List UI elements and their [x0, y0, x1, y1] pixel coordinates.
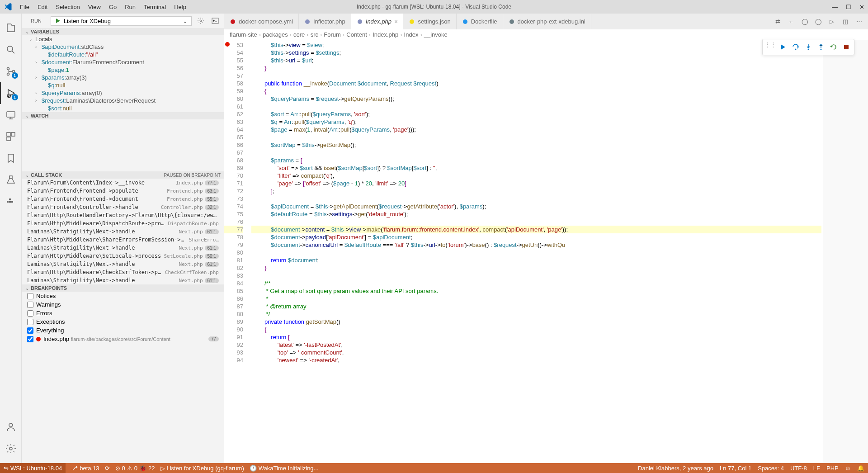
- breakpoints-header[interactable]: ⌄ BREAKPOINTS: [22, 284, 224, 292]
- tab[interactable]: Dockerfile: [457, 14, 503, 29]
- status-wakatime[interactable]: 🕐WakaTime Initializing...: [250, 465, 319, 472]
- bp-warnings[interactable]: Warnings: [22, 300, 224, 309]
- status-spaces[interactable]: Spaces: 4: [758, 465, 784, 472]
- step-out-button[interactable]: [815, 41, 827, 53]
- test-icon[interactable]: [0, 169, 22, 191]
- variable-row[interactable]: $page: 1: [22, 66, 224, 74]
- status-eol[interactable]: LF: [813, 465, 820, 472]
- callstack-row[interactable]: Flarum\Frontend\Controller->handleContro…: [22, 203, 224, 211]
- run-debug-icon[interactable]: 1: [0, 82, 22, 104]
- close-icon[interactable]: ×: [394, 18, 398, 25]
- remote-explorer-icon[interactable]: [0, 104, 22, 126]
- step-into-button[interactable]: [802, 41, 814, 53]
- step-over-button[interactable]: [790, 41, 802, 53]
- status-branch[interactable]: ⎇beta.13: [71, 465, 99, 472]
- menu-view[interactable]: View: [85, 2, 104, 12]
- status-feedback-icon[interactable]: ☺: [845, 465, 851, 472]
- status-bell-icon[interactable]: 🔔: [857, 465, 864, 472]
- tab[interactable]: Inflector.php: [299, 14, 351, 29]
- variable-row[interactable]: $q: null: [22, 81, 224, 89]
- status-blame[interactable]: Daniel Klabbers, 2 years ago: [638, 465, 713, 472]
- callstack-row[interactable]: Flarum\Frontend\Frontend->documentFronte…: [22, 195, 224, 203]
- run-file-icon[interactable]: ▷: [826, 16, 837, 27]
- menu-go[interactable]: Go: [105, 2, 120, 12]
- menu-help[interactable]: Help: [170, 2, 190, 12]
- compare-icon[interactable]: ⇄: [772, 16, 783, 27]
- status-debugger[interactable]: ▷Listen for XDebug (gq-flarum): [160, 465, 244, 472]
- status-encoding[interactable]: UTF-8: [790, 465, 807, 472]
- minimize-icon[interactable]: —: [832, 4, 838, 10]
- menu-terminal[interactable]: Terminal: [140, 2, 170, 12]
- tab[interactable]: settings.json: [403, 14, 456, 29]
- variables-header[interactable]: ⌄ VARIABLES: [22, 28, 224, 35]
- maximize-icon[interactable]: ☐: [846, 4, 851, 10]
- diff-prev-icon[interactable]: ◯: [799, 16, 810, 27]
- run-config-select[interactable]: Listen for XDebug ⌄: [51, 16, 192, 26]
- bp-everything[interactable]: Everything: [22, 326, 224, 335]
- callstack-header[interactable]: ⌄ CALL STACK PAUSED ON BREAKPOINT: [22, 171, 224, 179]
- search-icon[interactable]: [0, 39, 22, 61]
- extensions-icon[interactable]: [0, 126, 22, 147]
- tab[interactable]: docker-compose.yml: [224, 14, 299, 29]
- tab[interactable]: Index.php×: [351, 14, 404, 29]
- callstack-row[interactable]: Laminas\Stratigility\Next->handleNext.ph…: [22, 260, 224, 268]
- breadcrumb-item[interactable]: src: [311, 31, 318, 38]
- callstack-row[interactable]: Flarum\Frontend\Frontend->populateFronte…: [22, 187, 224, 195]
- variable-row[interactable]: ›$document: Flarum\Frontend\Document: [22, 58, 224, 66]
- explorer-icon[interactable]: [0, 17, 22, 39]
- callstack-row[interactable]: Flarum\Forum\Content\Index->__invokeInde…: [22, 179, 224, 187]
- callstack-row[interactable]: Laminas\Stratigility\Next->handleNext.ph…: [22, 276, 224, 284]
- status-remote[interactable]: ⇋WSL: Ubuntu-18.04: [0, 463, 66, 473]
- drag-handle-icon[interactable]: ⋮⋮: [764, 41, 776, 53]
- variable-row[interactable]: ›$apiDocument: stdClass: [22, 43, 224, 51]
- variable-row[interactable]: ›$params: array(3): [22, 74, 224, 81]
- debug-toolbar[interactable]: ⋮⋮: [762, 39, 854, 55]
- bp-file[interactable]: Index.php flarum-site/packages/core/src/…: [22, 335, 224, 343]
- scm-icon[interactable]: 1: [0, 61, 22, 82]
- continue-button[interactable]: [777, 41, 789, 53]
- status-language[interactable]: PHP: [826, 465, 839, 472]
- status-position[interactable]: Ln 77, Col 1: [720, 465, 751, 472]
- back-icon[interactable]: ←: [786, 16, 797, 27]
- breadcrumb-item[interactable]: Forum: [324, 31, 341, 38]
- variable-row[interactable]: $sort: null: [22, 104, 224, 112]
- variable-row[interactable]: $defaultRoute: "/all": [22, 51, 224, 58]
- docker-icon[interactable]: [0, 191, 22, 213]
- breadcrumb-item[interactable]: core: [293, 31, 305, 38]
- breadcrumb-item[interactable]: Content: [346, 31, 367, 38]
- more-icon[interactable]: ⋯: [854, 16, 864, 27]
- code-editor[interactable]: 5354555657585960616263646566676869707172…: [224, 40, 868, 463]
- callstack-row[interactable]: Flarum\Http\RouteHandlerFactory->Flarum\…: [22, 211, 224, 219]
- restart-button[interactable]: [828, 41, 840, 53]
- watch-header[interactable]: ⌄ WATCH: [22, 112, 224, 119]
- variable-row[interactable]: ›$queryParams: array(0): [22, 89, 224, 97]
- variable-row[interactable]: ›$request: Laminas\Diactoros\ServerReque…: [22, 97, 224, 104]
- breadcrumb-item[interactable]: packages: [263, 31, 288, 38]
- tab[interactable]: docker-php-ext-xdebug.ini: [503, 14, 591, 29]
- diff-next-icon[interactable]: ◯: [813, 16, 824, 27]
- bookmark-icon[interactable]: [0, 147, 22, 169]
- accounts-icon[interactable]: [0, 416, 22, 438]
- breadcrumb-item[interactable]: flarum-site: [230, 31, 257, 38]
- settings-gear-icon[interactable]: [0, 438, 22, 459]
- bp-notices[interactable]: Notices: [22, 292, 224, 300]
- menu-selection[interactable]: Selection: [52, 2, 83, 12]
- breadcrumb-item[interactable]: Index: [404, 31, 419, 38]
- callstack-row[interactable]: Laminas\Stratigility\Next->handleNext.ph…: [22, 227, 224, 236]
- callstack-row[interactable]: Laminas\Stratigility\Next->handleNext.ph…: [22, 244, 224, 252]
- menu-run[interactable]: Run: [121, 2, 139, 12]
- breadcrumb-item[interactable]: __invoke: [424, 31, 448, 38]
- minimap[interactable]: [823, 40, 868, 463]
- split-icon[interactable]: ◫: [840, 16, 851, 27]
- callstack-row[interactable]: Flarum\Http\Middleware\CheckCsrfToken->p…: [22, 268, 224, 276]
- status-problems[interactable]: ⊘0 ⚠0 🐞22: [115, 465, 155, 472]
- bp-exceptions[interactable]: Exceptions: [22, 317, 224, 326]
- status-sync[interactable]: ⟳: [105, 465, 110, 472]
- menu-file[interactable]: File: [16, 2, 33, 12]
- bp-errors[interactable]: Errors: [22, 309, 224, 317]
- callstack-row[interactable]: Flarum\Http\Middleware\SetLocale->proces…: [22, 252, 224, 260]
- menu-edit[interactable]: Edit: [34, 2, 51, 12]
- gear-icon[interactable]: [195, 15, 206, 26]
- callstack-row[interactable]: Flarum\Http\Middleware\ShareErrorsFromSe…: [22, 236, 224, 244]
- close-icon[interactable]: ✕: [859, 4, 864, 10]
